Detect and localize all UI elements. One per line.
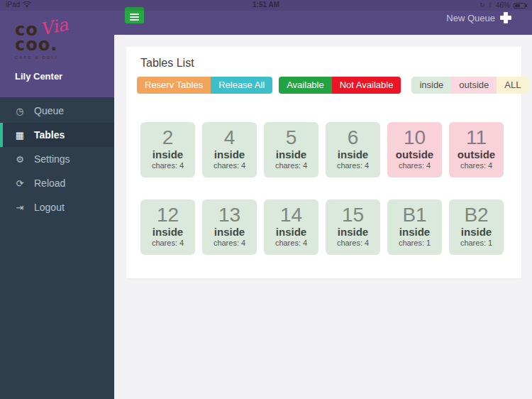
sidebar-item-label: Tables bbox=[34, 129, 65, 141]
table-card[interactable]: 15 inside chares: 4 bbox=[326, 200, 380, 255]
sidebar-item-label: Logout bbox=[34, 202, 65, 213]
table-card[interactable]: B1 inside chares: 1 bbox=[387, 200, 442, 255]
sidebar-item[interactable]: ◷ Queue bbox=[0, 99, 114, 123]
table-number: 11 bbox=[449, 127, 504, 148]
status-right: ↻ ᛒ 46% bbox=[480, 0, 528, 11]
tables-icon: ▦ bbox=[14, 130, 26, 141]
table-number: B1 bbox=[387, 204, 442, 226]
table-chairs: chares: 4 bbox=[387, 161, 442, 170]
brand-area: co coo. Via CAFE & DELI Lily Center bbox=[0, 0, 114, 97]
battery-icon bbox=[514, 3, 526, 9]
menu-icon bbox=[130, 13, 139, 15]
filter-button[interactable]: Release All bbox=[211, 77, 272, 94]
table-card[interactable]: 12 inside chares: 4 bbox=[140, 200, 195, 255]
table-card[interactable]: 10 outside chares: 4 bbox=[387, 122, 442, 177]
table-chairs: chares: 1 bbox=[449, 239, 504, 247]
new-queue-button[interactable]: New Queue bbox=[446, 11, 513, 25]
table-number: 4 bbox=[202, 127, 257, 148]
new-queue-label: New Queue bbox=[446, 13, 495, 23]
table-chairs: chares: 4 bbox=[449, 161, 504, 170]
rotation-lock-icon: ↻ bbox=[480, 2, 485, 9]
center-name: Lily Center bbox=[15, 71, 62, 82]
filter-button[interactable]: Not Available bbox=[332, 77, 401, 94]
filter-button[interactable]: outside bbox=[451, 77, 497, 94]
plus-icon bbox=[499, 11, 513, 25]
filter-group-actions: Reserv Tables Release All bbox=[137, 77, 272, 94]
status-left: iPad bbox=[6, 1, 31, 9]
filter-button[interactable]: Available bbox=[279, 77, 332, 94]
sidebar-item-label: Settings bbox=[34, 153, 70, 165]
filter-button[interactable]: ALL bbox=[497, 77, 528, 94]
table-zone: inside bbox=[202, 226, 257, 238]
table-card[interactable]: 6 inside chares: 4 bbox=[326, 122, 380, 177]
logout-icon: ⇥ bbox=[14, 202, 26, 213]
brand-logo: co coo. Via CAFE & DELI bbox=[15, 23, 79, 60]
table-number: 6 bbox=[326, 127, 380, 148]
table-card[interactable]: B2 inside chares: 1 bbox=[449, 200, 504, 255]
clock-time: 1:51 AM bbox=[253, 1, 279, 9]
table-number: 5 bbox=[264, 127, 318, 148]
table-card[interactable]: 14 inside chares: 4 bbox=[264, 200, 318, 255]
table-card[interactable]: 11 outside chares: 4 bbox=[449, 122, 504, 177]
sidebar-item[interactable]: ⇥ Logout bbox=[0, 195, 114, 219]
sidebar-item-label: Reload bbox=[34, 177, 65, 189]
table-card[interactable]: 4 inside chares: 4 bbox=[202, 122, 257, 177]
tables-panel: Tables List Reserv Tables Release All Av… bbox=[126, 47, 521, 278]
filter-button[interactable]: inside bbox=[411, 77, 451, 94]
table-card[interactable]: 5 inside chares: 4 bbox=[264, 122, 318, 177]
device-label: iPad bbox=[6, 1, 20, 9]
table-zone: outside bbox=[449, 148, 504, 160]
sidebar-item[interactable]: ⟳ Reload bbox=[0, 171, 114, 195]
table-zone: inside bbox=[264, 148, 318, 160]
clock-icon: ◷ bbox=[14, 106, 26, 116]
status-bar: iPad 1:51 AM ↻ ᛒ 46% bbox=[0, 0, 532, 11]
filter-group-availability: Available Not Available bbox=[279, 77, 401, 94]
table-chairs: chares: 4 bbox=[140, 161, 195, 170]
table-zone: inside bbox=[202, 148, 257, 160]
filter-bar: Reserv Tables Release All Available Not … bbox=[137, 77, 521, 94]
sidebar-item[interactable]: ▦ Tables bbox=[0, 123, 114, 147]
table-chairs: chares: 1 bbox=[387, 239, 442, 247]
logo-tagline: CAFE & DELI bbox=[15, 55, 79, 60]
table-chairs: chares: 4 bbox=[264, 161, 318, 170]
table-chairs: chares: 4 bbox=[140, 239, 195, 247]
reload-icon: ⟳ bbox=[14, 178, 26, 189]
table-number: B2 bbox=[449, 204, 504, 226]
table-number: 14 bbox=[264, 204, 318, 226]
table-zone: inside bbox=[326, 226, 380, 238]
table-chairs: chares: 4 bbox=[264, 239, 318, 247]
sidebar: co coo. Via CAFE & DELI Lily Center ◷ Qu… bbox=[0, 0, 114, 399]
table-chairs: chares: 4 bbox=[202, 161, 257, 170]
table-zone: outside bbox=[387, 148, 442, 160]
filter-group-zone: inside outside ALL bbox=[411, 77, 528, 94]
gear-icon: ⚙ bbox=[14, 154, 26, 165]
filter-button[interactable]: Reserv Tables bbox=[137, 77, 211, 94]
page-title: Tables List bbox=[140, 57, 521, 70]
table-number: 15 bbox=[326, 204, 380, 226]
sidebar-item[interactable]: ⚙ Settings bbox=[0, 147, 114, 171]
table-number: 10 bbox=[387, 127, 442, 148]
tables-grid: 2 inside chares: 4 4 inside chares: 4 5 … bbox=[140, 122, 516, 255]
table-zone: inside bbox=[140, 226, 195, 238]
table-chairs: chares: 4 bbox=[202, 239, 257, 247]
table-zone: inside bbox=[387, 226, 442, 238]
table-zone: inside bbox=[326, 148, 380, 160]
bluetooth-icon: ᛒ bbox=[489, 2, 492, 9]
battery-percent: 46% bbox=[496, 1, 510, 9]
table-chairs: chares: 4 bbox=[326, 239, 380, 247]
table-card[interactable]: 2 inside chares: 4 bbox=[140, 122, 195, 177]
table-zone: inside bbox=[140, 148, 195, 160]
table-zone: inside bbox=[449, 226, 504, 238]
table-number: 2 bbox=[140, 127, 195, 148]
logo-text-line2: coo. bbox=[15, 38, 79, 53]
table-card[interactable]: 13 inside chares: 4 bbox=[202, 200, 257, 255]
table-zone: inside bbox=[264, 226, 318, 238]
sidebar-item-label: Queue bbox=[34, 105, 64, 116]
wifi-icon bbox=[23, 1, 31, 8]
sidebar-nav: ◷ Queue ▦ Tables ⚙ Settings ⟳ Reload ⇥ L… bbox=[0, 99, 114, 219]
table-chairs: chares: 4 bbox=[326, 161, 380, 170]
table-number: 13 bbox=[202, 204, 257, 226]
table-number: 12 bbox=[140, 204, 195, 226]
